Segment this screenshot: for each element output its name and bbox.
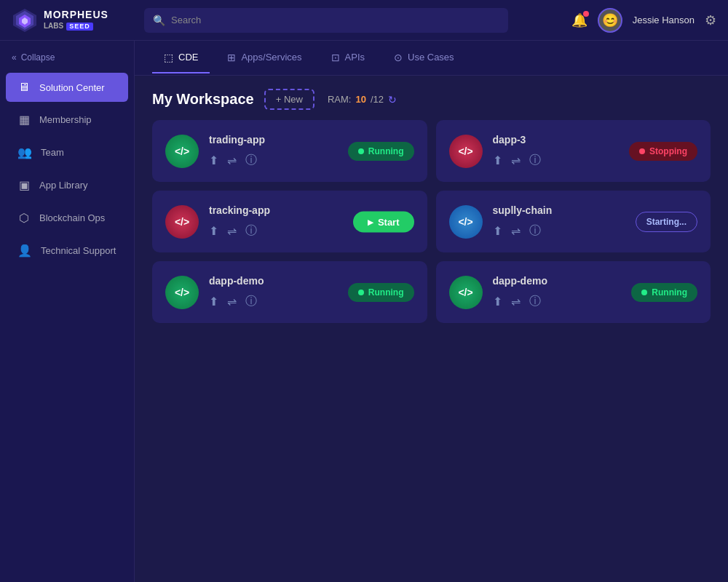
sidebar-item-label: Solution Center	[39, 82, 105, 93]
starting-badge-supply: Starting...	[636, 212, 697, 232]
status-label: Running	[368, 146, 404, 156]
cde-tab-icon: ⬚	[164, 52, 173, 63]
collapse-button[interactable]: « Collapse	[0, 47, 134, 68]
running-badge-demo2: Running	[631, 283, 697, 302]
app-avatar-tracking: </>	[165, 205, 199, 239]
start-button-tracking[interactable]: ▶ Start	[353, 211, 414, 232]
app-status-dapp3: Stopping	[629, 142, 697, 161]
logo-text: MORPHEUS LABS SEED	[44, 9, 108, 31]
sidebar-item-blockchain-ops[interactable]: ⬡ Blockchain Ops	[6, 203, 128, 233]
play-icon: ▶	[368, 218, 373, 226]
share-icon-demo2[interactable]: ⇌	[511, 295, 521, 308]
labs-label: LABS	[44, 23, 63, 30]
share-icon-demo1[interactable]: ⇌	[227, 295, 237, 308]
new-button[interactable]: + New	[264, 89, 314, 110]
upload-icon-dapp3[interactable]: ⬆	[493, 154, 502, 167]
workspace-title: My Workspace	[152, 91, 254, 108]
sidebar-item-team[interactable]: 👥 Team	[6, 137, 128, 167]
header-right: 🔔 😊 Jessie Hanson ⚙	[571, 8, 716, 33]
use-cases-tab-icon: ⊙	[394, 52, 403, 63]
app-avatar-demo1: </>	[165, 276, 199, 309]
search-bar[interactable]: 🔍	[144, 8, 508, 33]
info-icon-tracking[interactable]: ⓘ	[245, 223, 257, 239]
ram-label: RAM:	[328, 94, 352, 105]
tab-apis[interactable]: ⊡ APIs	[320, 43, 376, 73]
avatar[interactable]: 😊	[598, 8, 622, 33]
info-icon-supply[interactable]: ⓘ	[529, 223, 541, 239]
sidebar-item-label: App Library	[39, 180, 87, 191]
code-icon: </>	[175, 287, 189, 298]
info-icon-dapp3[interactable]: ⓘ	[529, 153, 541, 168]
refresh-icon[interactable]: ↻	[388, 94, 397, 105]
search-input[interactable]	[171, 15, 499, 25]
workspace-header: My Workspace + New RAM: 10 /12 ↻	[135, 76, 728, 120]
tabs-bar: ⬚ CDE ⊞ Apps/Services ⊡ APIs ⊙ Use Cases	[135, 41, 728, 76]
code-icon: </>	[458, 146, 472, 157]
tab-use-cases[interactable]: ⊙ Use Cases	[382, 43, 466, 73]
status-dot	[641, 290, 647, 295]
tab-label: Use Cases	[408, 52, 454, 63]
sidebar-item-solution-center[interactable]: 🖥 Solution Center	[6, 73, 128, 102]
app-status-demo1: Running	[348, 283, 414, 302]
collapse-label: Collapse	[21, 52, 55, 63]
solution-center-icon: 🖥	[17, 81, 31, 94]
app-avatar-dapp3: </>	[449, 135, 483, 168]
app-card-dapp-demo-1: </> dapp-demo ⬆ ⇌ ⓘ Running	[152, 261, 427, 323]
notification-area[interactable]: 🔔	[571, 12, 587, 28]
start-label: Start	[378, 216, 400, 227]
blockchain-ops-icon: ⬡	[17, 211, 31, 225]
avatar-face: 😊	[602, 12, 618, 28]
app-card-tracking-app: </> tracking-app ⬆ ⇌ ⓘ ▶ Start	[152, 191, 427, 252]
app-status-demo2: Running	[631, 283, 697, 302]
app-status-tracking[interactable]: ▶ Start	[353, 211, 414, 232]
tab-label: APIs	[345, 52, 365, 63]
brand-name: MORPHEUS	[44, 9, 108, 20]
app-card-dapp-3: </> dapp-3 ⬆ ⇌ ⓘ Stopping	[436, 120, 711, 182]
tab-apps-services[interactable]: ⊞ Apps/Services	[215, 43, 313, 73]
membership-icon: ▦	[17, 113, 31, 127]
share-icon-tracking[interactable]: ⇌	[227, 224, 237, 238]
code-icon: </>	[175, 146, 189, 157]
layout: « Collapse 🖥 Solution Center ▦ Membershi…	[0, 41, 728, 582]
app-library-icon: ▣	[17, 178, 31, 192]
sidebar-item-label: Technical Support	[41, 245, 116, 256]
apis-tab-icon: ⊡	[331, 52, 340, 63]
status-label: Running	[368, 287, 404, 298]
sidebar-item-membership[interactable]: ▦ Membership	[6, 105, 128, 135]
running-badge-demo1: Running	[348, 283, 414, 302]
upload-icon-supply[interactable]: ⬆	[493, 224, 502, 238]
upload-icon-tracking[interactable]: ⬆	[209, 224, 218, 238]
app-card-trading-app: </> trading-app ⬆ ⇌ ⓘ Running	[152, 120, 427, 182]
sidebar-item-label: Blockchain Ops	[39, 212, 105, 223]
status-label: Stopping	[649, 146, 687, 156]
ram-used-value: 10	[355, 94, 365, 105]
status-label: Starting...	[646, 217, 687, 227]
upload-icon-demo2[interactable]: ⬆	[493, 295, 502, 308]
info-icon-trading[interactable]: ⓘ	[245, 153, 257, 168]
ram-info: RAM: 10 /12 ↻	[328, 94, 397, 105]
header: MORPHEUS LABS SEED 🔍 🔔 😊 Jessie Hanson ⚙	[0, 0, 728, 41]
share-icon-trading[interactable]: ⇌	[227, 154, 237, 167]
sidebar-item-app-library[interactable]: ▣ App Library	[6, 170, 128, 200]
username-label: Jessie Hanson	[633, 15, 695, 25]
apps-services-tab-icon: ⊞	[227, 52, 236, 63]
upload-icon-trading[interactable]: ⬆	[209, 154, 218, 167]
settings-icon[interactable]: ⚙	[705, 12, 716, 28]
tab-cde[interactable]: ⬚ CDE	[152, 43, 210, 73]
tab-label: CDE	[178, 52, 198, 63]
share-icon-dapp3[interactable]: ⇌	[511, 154, 521, 167]
info-icon-demo1[interactable]: ⓘ	[245, 294, 257, 309]
code-icon: </>	[458, 287, 472, 298]
info-icon-demo2[interactable]: ⓘ	[529, 294, 541, 309]
status-dot	[639, 148, 645, 154]
share-icon-supply[interactable]: ⇌	[511, 224, 521, 238]
sidebar-item-technical-support[interactable]: 👤 Technical Support	[6, 236, 128, 266]
status-dot	[358, 148, 364, 154]
upload-icon-demo1[interactable]: ⬆	[209, 295, 218, 308]
search-icon: 🔍	[153, 15, 165, 26]
new-button-label: + New	[276, 94, 303, 105]
main-content: ⬚ CDE ⊞ Apps/Services ⊡ APIs ⊙ Use Cases…	[135, 41, 728, 582]
status-dot	[358, 290, 364, 295]
team-icon: 👥	[17, 146, 32, 159]
notification-dot	[583, 11, 589, 17]
